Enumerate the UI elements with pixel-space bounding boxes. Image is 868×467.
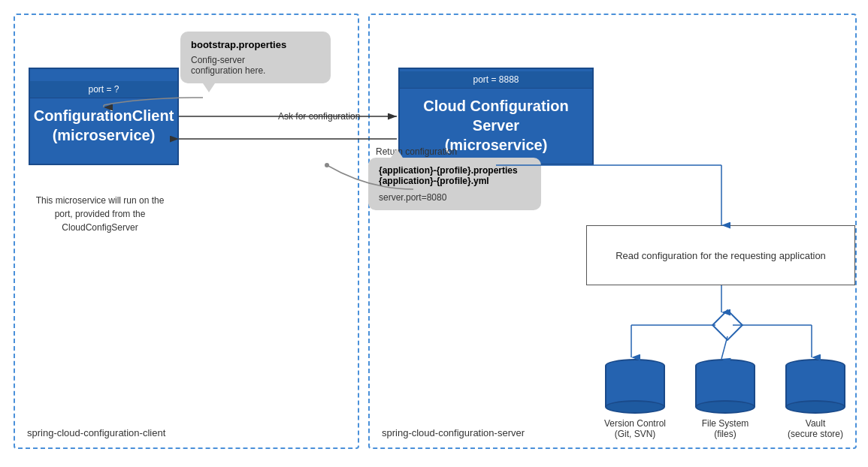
db-file-system: File System (files) — [691, 359, 759, 439]
return-callout: {application}-{profile}.properties {appl… — [368, 158, 541, 210]
return-callout-line4: server.port=8080 — [379, 192, 531, 203]
return-config-label: Return configuration — [376, 146, 457, 157]
db-label-fs: File System (files) — [691, 418, 759, 439]
db-bottom-fs — [695, 400, 755, 414]
db-bottom-vc — [605, 400, 665, 414]
microservice-note: This microservice will run on the port, … — [29, 194, 171, 234]
db-version-control: Version Control (Git, SVN) — [601, 359, 669, 439]
db-vault: Vault (secure store) — [782, 359, 849, 439]
return-callout-line1: {application}-{profile}.properties {appl… — [379, 165, 531, 186]
bootstrap-title: bootstrap.properties — [191, 39, 320, 50]
client-box: port = ? ConfigurationClient (microservi… — [29, 68, 179, 165]
db-bottom-vault — [785, 400, 845, 414]
right-panel-label: spring-cloud-configuration-server — [382, 427, 525, 438]
db-label-vault: Vault (secure store) — [782, 418, 849, 439]
db-label-vc: Version Control (Git, SVN) — [601, 418, 669, 439]
diagram-container: spring-cloud-configuration-client spring… — [0, 0, 868, 467]
client-port-label: port = ? — [30, 81, 177, 98]
read-config-box: Read configuration for the requesting ap… — [586, 225, 855, 285]
read-config-text: Read configuration for the requesting ap… — [606, 250, 835, 261]
ask-config-label: Ask for configuration — [278, 111, 360, 122]
server-port-label: port = 8888 — [400, 71, 592, 89]
client-title: ConfigurationClient (microservice) — [26, 98, 182, 152]
left-panel-label: spring-cloud-configuration-client — [27, 427, 165, 438]
bootstrap-callout: bootstrap.properties Config-server confi… — [180, 32, 331, 83]
bootstrap-text-line1: Config-server configuration here. — [191, 55, 320, 76]
